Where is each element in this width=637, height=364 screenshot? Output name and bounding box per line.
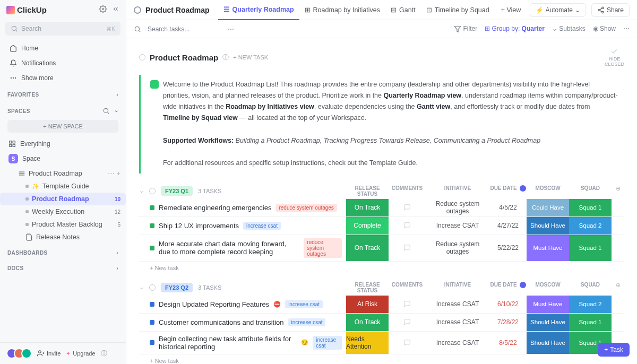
initiative-cell[interactable]: Reduce system outages (426, 199, 489, 216)
settings-icon[interactable] (99, 5, 107, 14)
add-view-button[interactable]: + View (496, 0, 527, 20)
search-icon[interactable] (134, 25, 141, 33)
list-title[interactable]: Product Roadmap (145, 6, 210, 14)
section-docs[interactable]: DOCS› (0, 259, 126, 274)
status-circle-icon[interactable] (134, 6, 141, 14)
initiative-cell[interactable]: Increase CSAT (426, 332, 489, 354)
release-status-cell[interactable]: Complete (346, 217, 389, 235)
initiative-cell[interactable]: Increase CSAT (426, 314, 489, 331)
tree-item[interactable]: ✨Template Guide (0, 180, 126, 193)
logo[interactable]: ClickUp (6, 5, 47, 14)
col-due[interactable]: DUE DATE (489, 282, 527, 293)
section-spaces[interactable]: SPACES⌄ (0, 101, 126, 118)
col-squad[interactable]: SQUAD (569, 185, 612, 197)
task-row[interactable]: Customer communications and transition i… (139, 314, 624, 332)
status-circle-icon[interactable] (149, 284, 156, 291)
invite-button[interactable]: Invite (37, 350, 61, 357)
nav-home[interactable]: Home (4, 41, 122, 56)
comments-cell[interactable] (389, 314, 426, 331)
tab-timeline-by-squad[interactable]: ⊡Timeline by Squad (421, 0, 495, 20)
sidebar-search[interactable]: Search ⌘K (5, 22, 120, 36)
share-button[interactable]: Share (591, 3, 630, 17)
section-dashboards[interactable]: DASHBOARDS› (0, 244, 126, 259)
task-row[interactable]: Begin collecting new task attribute fiel… (139, 332, 624, 354)
col-initiative[interactable]: INITIATIVE (426, 282, 489, 293)
subtasks-button[interactable]: ⌄ Subtasks (552, 25, 586, 32)
task-tag[interactable]: reduce system outages (276, 204, 337, 212)
due-date-cell[interactable]: 7/28/22 (489, 314, 527, 331)
due-date-cell[interactable]: 8/5/22 (489, 332, 527, 354)
release-status-cell[interactable]: On Track (346, 235, 389, 261)
tree-item[interactable]: Product Master Backlog5 (0, 218, 126, 231)
release-status-cell[interactable]: Needs Attention (346, 332, 389, 354)
upgrade-button[interactable]: ✦Upgrade (66, 350, 95, 357)
due-date-cell[interactable]: 4/5/22 (489, 199, 527, 216)
new-space-button[interactable]: + NEW SPACE (7, 120, 118, 133)
add-task-button[interactable]: + New task (139, 354, 624, 364)
automate-button[interactable]: ⚡Automate⌄ (530, 3, 586, 17)
comments-cell[interactable] (389, 296, 426, 313)
tree-item[interactable]: Weekly Execution12 (0, 205, 126, 218)
col-comments[interactable]: COMMENTS (389, 282, 426, 293)
add-column-button[interactable]: ⊕ (612, 282, 624, 293)
due-date-cell[interactable]: 6/10/22 (489, 296, 527, 313)
show-button[interactable]: ◉ Show (593, 25, 616, 32)
task-search-placeholder[interactable]: Search tasks... (148, 25, 190, 33)
help-icon[interactable]: ⓘ (101, 349, 107, 358)
moscow-cell[interactable]: Should Have (527, 217, 569, 235)
nav-show-more[interactable]: Show more (4, 71, 122, 85)
col-initiative[interactable]: INITIATIVE (426, 185, 489, 197)
due-date-cell[interactable]: 4/27/22 (489, 217, 527, 235)
task-row[interactable]: Design Updated Reporting Features ⛔ incr… (139, 296, 624, 314)
col-release[interactable]: RELEASE STATUS (346, 185, 389, 197)
col-release[interactable]: RELEASE STATUS (346, 282, 389, 293)
status-square-icon[interactable] (150, 205, 154, 210)
collapse-icon[interactable]: ⌄ (139, 187, 144, 194)
release-status-cell[interactable]: At Risk (346, 296, 389, 313)
comments-cell[interactable] (389, 332, 426, 354)
task-tag[interactable]: increase csat (313, 336, 342, 350)
comments-cell[interactable] (389, 235, 426, 261)
info-icon[interactable]: ⓘ (222, 53, 229, 62)
moscow-cell[interactable]: Should Have (527, 332, 569, 354)
initiative-cell[interactable]: Reduce system outages (426, 235, 489, 261)
moscow-cell[interactable]: Could Have (527, 199, 569, 216)
tab-gantt[interactable]: ⊟Gantt (385, 0, 421, 20)
col-moscow[interactable]: MOSCOW (527, 282, 569, 293)
task-row[interactable]: Ship 12 UX improvements increase csat Co… (139, 217, 624, 235)
release-status-cell[interactable]: On Track (346, 199, 389, 216)
task-tag[interactable]: increase csat (285, 300, 323, 308)
group-by-button[interactable]: ⊞ Group by: Quarter (485, 25, 545, 32)
squad-cell[interactable]: Squad 1 (569, 235, 612, 261)
comments-cell[interactable] (389, 217, 426, 235)
new-task-float-button[interactable]: + Task (598, 343, 630, 357)
status-square-icon[interactable] (150, 340, 154, 345)
col-moscow[interactable]: MOSCOW (527, 185, 569, 197)
squad-cell[interactable]: Squad 1 (569, 314, 612, 331)
hide-closed-toggle[interactable]: HIDECLOSED (605, 48, 624, 67)
status-square-icon[interactable] (150, 302, 154, 307)
tree-item[interactable]: Product Roadmap⋯ + (0, 167, 126, 180)
task-tag[interactable]: increase csat (243, 222, 281, 230)
search-icon[interactable] (102, 107, 110, 115)
moscow-cell[interactable]: Must Have (527, 296, 569, 313)
everything-item[interactable]: Everything (0, 137, 126, 151)
avatars[interactable] (6, 348, 32, 359)
tab-quarterly-roadmap[interactable]: ☰Quarterly Roadmap (218, 0, 299, 20)
collapse-sidebar-icon[interactable] (112, 5, 119, 14)
more-icon[interactable]: ⋯ (228, 25, 234, 33)
squad-cell[interactable]: Squad 2 (569, 217, 612, 235)
col-comments[interactable]: COMMENTS (389, 185, 426, 197)
filter-button[interactable]: Filter (454, 25, 477, 33)
chevron-down-icon[interactable]: ⌄ (114, 107, 118, 115)
space-item[interactable]: SSpace (0, 151, 126, 167)
initiative-cell[interactable]: Increase CSAT (426, 217, 489, 235)
tree-item[interactable]: Product Roadmap10 (0, 193, 126, 205)
group-chip[interactable]: FY23 Q1 (161, 186, 193, 196)
task-row[interactable]: Remediate engineering emergencies reduce… (139, 199, 624, 217)
col-due[interactable]: DUE DATE (489, 185, 527, 197)
initiative-cell[interactable]: Increase CSAT (426, 296, 489, 313)
collapse-icon[interactable]: ⌄ (139, 284, 144, 291)
new-task-button[interactable]: + NEW TASK (233, 54, 268, 60)
moscow-cell[interactable]: Must Have (527, 235, 569, 261)
